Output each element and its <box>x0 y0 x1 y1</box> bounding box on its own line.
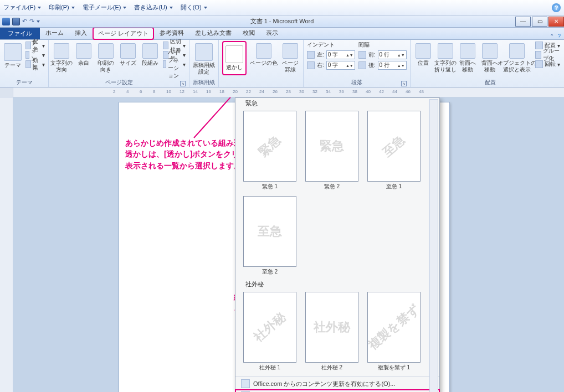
ruler-mark: 44 <box>392 89 397 94</box>
ruler-mark: 16 <box>206 89 211 94</box>
margins-button[interactable]: 余白 <box>74 41 93 66</box>
themes-button[interactable]: テーマ <box>3 41 22 69</box>
text-direction-button[interactable]: 文字列の 方向 <box>52 41 71 73</box>
spacing-heading: 間隔 <box>358 41 407 49</box>
text-direction-icon <box>54 43 69 59</box>
ruler-mark: 6 <box>140 89 142 94</box>
forward-icon <box>460 43 475 59</box>
ruler-mark: 26 <box>273 89 278 94</box>
dialog-launcher-icon[interactable]: ↘ <box>180 81 186 86</box>
page-color-button[interactable]: ページの色 <box>250 41 278 66</box>
watermark-thumb[interactable]: 社外秘社外秘 2 <box>305 292 358 372</box>
ruler-mark: 8 <box>153 89 155 94</box>
caret-down-icon <box>170 7 173 9</box>
ruler-mark: 34 <box>326 89 331 94</box>
dialog-launcher-icon[interactable]: ↘ <box>401 81 407 86</box>
ruler-mark: 46 <box>406 89 411 94</box>
sysmenu-print[interactable]: 印刷(P) <box>49 3 75 12</box>
ruler-mark: 28 <box>286 89 291 94</box>
manuscript-button[interactable]: 原稿用紙 設定 <box>193 41 215 75</box>
indent-right[interactable]: 右:0 字▲▼ <box>307 61 355 70</box>
margins-icon <box>76 43 91 59</box>
caret-down-icon <box>71 7 75 9</box>
ribbon-minimize-icon[interactable]: ⌃ <box>550 33 554 39</box>
spacing-before[interactable]: 前:0 行▲▼ <box>358 50 407 59</box>
size-button[interactable]: サイズ <box>119 41 137 66</box>
forward-button[interactable]: 前面へ 移動 <box>458 41 477 73</box>
space-before-icon <box>358 51 366 59</box>
watermark-icon <box>225 45 243 63</box>
columns-icon <box>142 43 158 59</box>
sysmenu-email[interactable]: 電子メール(E) <box>83 3 127 12</box>
backward-button[interactable]: 背面へ 移動 <box>480 41 499 73</box>
ruler-mark: 30 <box>299 89 304 94</box>
ribbon-mini-controls: ⌃ ? <box>550 33 564 39</box>
rotate-button[interactable]: 回転▾ <box>535 60 564 69</box>
group-button[interactable]: グループ化▾ <box>535 50 564 59</box>
breaks-icon <box>163 42 168 49</box>
watermark-thumb-label: 至急 2 <box>262 268 278 276</box>
tab-view[interactable]: 表示 <box>260 27 284 39</box>
tab-mailings[interactable]: 差し込み文書 <box>189 27 237 39</box>
sysmenu-file[interactable]: ファイル(F) <box>3 3 41 12</box>
watermark-thumb[interactable]: 複製を禁ず複製を禁ず 1 <box>367 292 421 372</box>
gallery-office-update[interactable]: Office.com からのコンテンツ更新を有効にする(O)... <box>235 378 439 390</box>
group-label-paragraph: 段落↘ <box>307 78 407 87</box>
system-menu: ファイル(F) 印刷(P) 電子メール(E) 書き込み(U) 開く(O) ? <box>0 0 564 16</box>
tab-insert[interactable]: 挿入 <box>69 27 93 39</box>
tab-home[interactable]: ホーム <box>40 27 69 39</box>
watermark-thumb[interactable]: 至急至急 2 <box>243 196 296 276</box>
caret-down-icon <box>204 7 207 9</box>
ribbon-help-icon[interactable]: ? <box>557 33 561 39</box>
vertical-ruler[interactable] <box>0 97 13 392</box>
indent-left[interactable]: 左:0 字▲▼ <box>307 50 355 59</box>
help-icon[interactable]: ? <box>552 3 561 12</box>
align-icon <box>535 42 543 49</box>
indent-left-icon <box>307 51 315 59</box>
watermark-thumb-label: 緊急 2 <box>324 183 340 190</box>
horizontal-ruler-row: 2468101214161820222426283032343638404244… <box>0 87 564 97</box>
tab-page-layout[interactable]: ページ レイアウト <box>93 27 154 40</box>
hyphenation-button[interactable]: ハイフネーション▾ <box>163 60 186 69</box>
page-border-button[interactable]: ページ 罫線 <box>281 41 300 73</box>
font-icon <box>25 51 29 59</box>
ruler-mark: 32 <box>312 89 317 94</box>
ribbon: テーマ 配色▾ フォント▾ 効果▾ テーマ 文字列の 方向 余白 印刷の 向き … <box>0 40 564 87</box>
group-page-setup: 文字列の 方向 余白 印刷の 向き サイズ 段組み 区切り▾ 行番号▾ ハイフネ… <box>49 40 189 87</box>
ruler-mark: 4 <box>126 89 129 94</box>
group-theme: テーマ 配色▾ フォント▾ 効果▾ テーマ <box>0 40 49 87</box>
position-button[interactable]: 位置 <box>414 41 433 66</box>
horizontal-ruler[interactable]: 2468101214161820222426283032343638404244… <box>13 87 564 97</box>
ruler-mark: 12 <box>180 89 184 94</box>
columns-button[interactable]: 段組み <box>141 41 160 66</box>
document-area[interactable]: あらかじめ作成されている組み込みの 透かしは、[透かし]ボタンをクリックして 表… <box>13 97 564 392</box>
group-label-manuscript: 原稿用紙 <box>193 78 215 87</box>
ruler-mark: 48 <box>419 89 424 94</box>
watermark-thumb[interactable]: 社外秘社外秘 1 <box>243 292 296 372</box>
gallery-custom-watermark[interactable]: ユーザー設定の透かし(W)... <box>235 390 439 392</box>
group-manuscript: 原稿用紙 設定 原稿用紙 <box>189 40 219 87</box>
selection-pane-button[interactable]: オブジェクトの 選択と表示 <box>503 41 532 73</box>
watermark-thumb-label: 緊急 1 <box>262 183 278 190</box>
sysmenu-open[interactable]: 開く(O) <box>181 3 207 12</box>
watermark-button[interactable]: 透かし <box>222 41 247 75</box>
watermark-thumb[interactable]: 至急至急 1 <box>367 111 421 190</box>
watermark-thumb-label: 至急 1 <box>386 183 402 190</box>
ruler-mark: 40 <box>366 89 371 94</box>
tab-review[interactable]: 校閲 <box>237 27 260 39</box>
watermark-thumb[interactable]: 緊急緊急 1 <box>243 111 296 190</box>
watermark-thumb[interactable]: 緊急緊急 2 <box>305 111 358 190</box>
title-bar: ↶ ↷ 文書 1 - Microsoft Word ― ▭ ✕ <box>0 16 564 28</box>
theme-effects-button[interactable]: 効果▾ <box>25 60 45 69</box>
ruler-mark: 22 <box>246 89 251 94</box>
ruler-mark: 2 <box>113 89 115 94</box>
group-label-background <box>222 86 300 87</box>
wrap-button[interactable]: 文字列の 折り返し <box>436 41 455 73</box>
gallery-scrollbar[interactable] <box>429 99 438 392</box>
ruler-mark: 20 <box>233 89 238 94</box>
spacing-after[interactable]: 後:0 行▲▼ <box>358 61 407 70</box>
group-page-background: 透かし ページの色 ページ 罫線 <box>219 40 304 87</box>
sysmenu-write[interactable]: 書き込み(U) <box>134 3 172 12</box>
orientation-button[interactable]: 印刷の 向き <box>96 41 115 73</box>
group-label-theme: テーマ <box>3 78 45 87</box>
